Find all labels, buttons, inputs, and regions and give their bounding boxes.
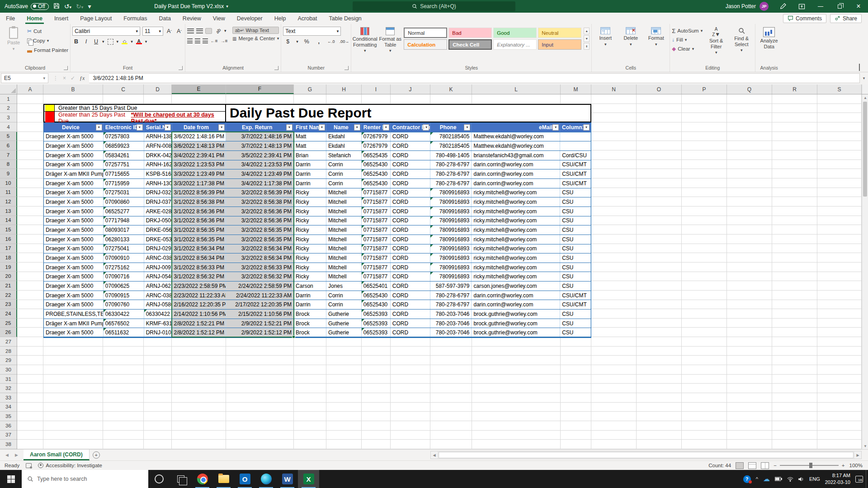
cell-K24[interactable]: 780-203-7046 xyxy=(430,310,472,319)
cell-F23[interactable]: 2/17/2022 12:20:35 PM xyxy=(226,300,294,309)
cell-E8[interactable]: 3/3/2022 1:23:53 PM xyxy=(172,160,226,169)
cell-F9[interactable]: 3/4/2022 1:23:49 PM xyxy=(226,169,294,178)
table-header-C[interactable]: Electronic ID▼ xyxy=(104,123,144,132)
row-header-18[interactable]: 18 xyxy=(0,253,17,263)
cell-C22[interactable]: 07090915 xyxy=(104,291,144,300)
cell-K10[interactable]: 780-278-6797 xyxy=(430,179,472,188)
cell-J5[interactable]: CORD xyxy=(391,132,430,141)
fill-handle[interactable] xyxy=(292,335,295,338)
next-sheet-icon[interactable]: ▶ xyxy=(15,453,18,457)
underline-button[interactable]: U xyxy=(92,38,100,46)
format-painter-button[interactable]: Format Painter xyxy=(27,46,68,54)
tab-help[interactable]: Help xyxy=(269,13,292,24)
row-header-2[interactable]: 2 xyxy=(0,104,17,113)
table-header-K[interactable]: Phone▼ xyxy=(430,123,472,132)
decrease-decimal-button[interactable]: .00→ xyxy=(340,38,349,46)
cell-D7[interactable]: DRKK-0421 xyxy=(144,151,172,160)
cell-K12[interactable]: 7809916893 xyxy=(430,197,472,206)
column-header-N[interactable]: N xyxy=(591,84,637,94)
cell-L25[interactable]: brock.guthrie@worley.com xyxy=(472,319,560,328)
cell-C9[interactable]: 07715655 xyxy=(104,169,144,178)
onedrive-icon[interactable]: ☁ xyxy=(763,475,770,483)
user-name[interactable]: Jason Potter xyxy=(726,3,756,9)
row-header-7[interactable]: 7 xyxy=(0,150,17,160)
column-header-R[interactable]: R xyxy=(772,84,817,94)
cell-G26[interactable]: Brock xyxy=(294,328,326,337)
cell-H23[interactable]: Corrin xyxy=(326,300,362,309)
cell-J26[interactable]: CORD xyxy=(391,328,430,337)
cell-G14[interactable]: Ricky xyxy=(294,216,326,225)
customize-qat-chevron-icon[interactable]: ▾ xyxy=(88,3,91,9)
row-header-15[interactable]: 15 xyxy=(0,225,17,235)
table-header-M[interactable]: Column1▼ xyxy=(560,123,591,132)
cell-G11[interactable]: Ricky xyxy=(294,188,326,197)
cell-I23[interactable]: 06525430 xyxy=(362,300,391,309)
cell-I11[interactable]: 07715877 xyxy=(362,188,391,197)
cell-M13[interactable]: CSU xyxy=(560,207,591,216)
row-header-32[interactable]: 32 xyxy=(0,384,17,393)
cell-C5[interactable]: 07257803 xyxy=(104,132,144,141)
cell-F7[interactable]: 3/5/2022 2:39:41 PM xyxy=(226,151,294,160)
cell-J18[interactable]: CORD xyxy=(391,253,430,263)
cell-B9[interactable]: Dräger X-am MKII Pump xyxy=(44,169,104,178)
cell-J20[interactable]: CORD xyxy=(391,272,430,281)
cancel-entry-icon[interactable]: × xyxy=(63,75,66,81)
cell-K14[interactable]: 7809916893 xyxy=(430,216,472,225)
cell-C24[interactable]: 06330422 xyxy=(104,310,144,319)
row-header-5[interactable]: 5 xyxy=(0,132,17,141)
cell-K13[interactable]: 7809916893 xyxy=(430,207,472,216)
cell-J11[interactable]: CORD xyxy=(391,188,430,197)
cell-M23[interactable]: CSU/CMT xyxy=(560,300,591,309)
notification-center-icon[interactable]: 16 xyxy=(855,476,863,483)
cell-L26[interactable]: brock.guthrie@worley.com xyxy=(472,328,560,337)
cell-L18[interactable]: ricky.mitchell@worley.com xyxy=(472,253,560,263)
name-box[interactable]: E5▾ xyxy=(1,73,48,83)
cell-C16[interactable]: 06280133 xyxy=(104,235,144,244)
cell-E24[interactable]: 2/14/2022 1:10:56 PM xyxy=(172,310,226,319)
cell-K21[interactable]: 587-597-3979 xyxy=(430,282,472,291)
cell-I10[interactable]: 06525430 xyxy=(362,179,391,188)
delete-cells-button[interactable]: Delete▾ xyxy=(619,25,642,47)
cell-H26[interactable]: Gutherie xyxy=(326,328,362,337)
enter-entry-icon[interactable]: ✓ xyxy=(71,75,75,81)
autosave-toggle[interactable]: AutoSave Off xyxy=(5,3,49,10)
cell-F8[interactable]: 3/4/2022 1:23:53 PM xyxy=(226,160,294,169)
fill-color-options-icon[interactable]: ▾ xyxy=(131,39,133,44)
prev-sheet-icon[interactable]: ◀ xyxy=(5,453,9,457)
cell-E12[interactable]: 3/1/2022 8:56:38 PM xyxy=(172,197,226,206)
cell-M15[interactable]: CSU xyxy=(560,225,591,235)
cell-B19[interactable]: Draeger X-am 5000 xyxy=(44,263,104,272)
cell-M18[interactable]: CSU xyxy=(560,253,591,263)
cell-F22[interactable]: 2/24/2022 11:22:33 AM xyxy=(226,291,294,300)
cell-F24[interactable]: 2/15/2022 1:10:56 PM xyxy=(226,310,294,319)
cell-D22[interactable]: ARNC-0385 xyxy=(144,291,172,300)
cell-I16[interactable]: 07715877 xyxy=(362,235,391,244)
cell-style-normal[interactable]: Normal xyxy=(404,28,447,38)
cell-H22[interactable]: Corrin xyxy=(326,291,362,300)
tab-acrobat[interactable]: Acrobat xyxy=(292,13,323,24)
cell-L8[interactable]: darin.corrin@worley.com xyxy=(472,160,560,169)
gallery-down-icon[interactable]: ▼ xyxy=(584,35,590,42)
cell-M17[interactable]: CSU xyxy=(560,244,591,253)
cell-G8[interactable]: Darrin xyxy=(294,160,326,169)
scroll-left-icon[interactable]: ◀ xyxy=(431,451,438,459)
cell-D25[interactable]: KRMF-6318 xyxy=(144,319,172,328)
help-tray-icon[interactable]: ? xyxy=(743,475,751,483)
cell-C15[interactable]: 08093017 xyxy=(104,225,144,235)
vertical-scrollbar[interactable]: ▲ ▼ xyxy=(862,94,868,449)
cell-F19[interactable]: 3/2/2022 8:56:33 PM xyxy=(226,263,294,272)
cell-B18[interactable]: Draeger X-am 5000 xyxy=(44,253,104,263)
ink-pen-button[interactable] xyxy=(773,0,792,13)
cell-E18[interactable]: 3/1/2022 8:56:34 PM xyxy=(172,253,226,263)
zoom-slider[interactable]: − + xyxy=(774,463,844,468)
sheet-grid[interactable]: 1234567891011121314151617181920212223242… xyxy=(0,94,868,449)
cell-E26[interactable]: 2/8/2022 1:52:12 PM xyxy=(172,328,226,337)
fill-button[interactable]: ↓Fill▾ xyxy=(672,36,703,44)
cell-K25[interactable]: 780-203-7046 xyxy=(430,319,472,328)
row-header-13[interactable]: 13 xyxy=(0,206,17,216)
row-header-4[interactable]: 4 xyxy=(0,122,17,132)
tab-file[interactable]: File xyxy=(0,13,21,24)
cell-K26[interactable]: 780-203-7046 xyxy=(430,328,472,337)
row-header-1[interactable]: 1 xyxy=(0,94,17,104)
cell-F6[interactable]: 3/7/2022 1:48:13 PM xyxy=(226,141,294,150)
